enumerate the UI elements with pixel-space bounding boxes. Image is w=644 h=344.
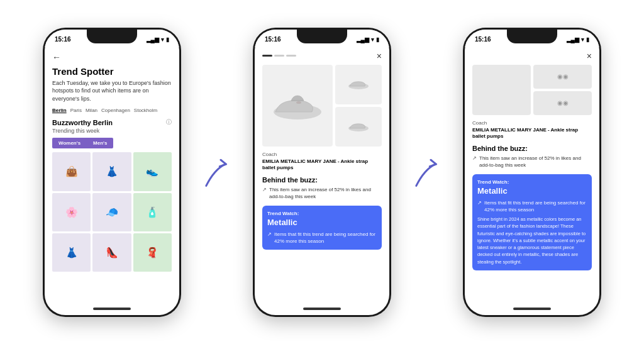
product-images-2 — [262, 65, 382, 147]
status-time-1: 15:16 — [55, 36, 71, 43]
battery-icon-1: ▮ — [166, 36, 169, 43]
buzz-heading-3: Behind the buzz: — [472, 145, 592, 152]
phone3-screen: × ◉◉ ◉◉ Coach EM — [465, 47, 599, 315]
section-subtitle: Trending this week — [52, 128, 172, 134]
home-bar-1 — [93, 308, 131, 310]
back-arrow-1[interactable]: ← — [52, 52, 172, 62]
city-copenhagen[interactable]: Copenhagen — [101, 108, 130, 113]
trend-watch-arrow-icon-2: ↗ — [267, 231, 272, 238]
trend-watch-desc: Shine bright in 2024 as metallic colors … — [477, 216, 587, 265]
phone3-content: × ◉◉ ◉◉ Coach EM — [465, 47, 599, 302]
product-cell-1[interactable]: 👜 — [52, 152, 91, 191]
tab-row: Women's Men's — [52, 138, 172, 148]
product-icon-1: 👜 — [65, 165, 78, 177]
home-indicator-3 — [465, 302, 599, 315]
phone2-screen: × — [255, 47, 389, 315]
info-icon[interactable]: ⓘ — [166, 118, 172, 126]
trend-watch-stat-text-3: Items that fit this trend are being sear… — [484, 199, 587, 213]
home-bar-2 — [303, 308, 341, 310]
trend-watch-stat-text-2: Items that fit this trend are being sear… — [274, 231, 377, 245]
arrow-1-container — [201, 153, 233, 191]
section-header: Buzzworthy Berlin ⓘ — [52, 118, 172, 126]
city-milan[interactable]: Milan — [86, 108, 97, 113]
signal-icon-1: ▂▄▆ — [147, 36, 159, 43]
product-img-main — [262, 65, 333, 147]
status-time-3: 15:16 — [475, 36, 491, 43]
phone1-content: ← Trend Spotter Each Tuesday, we take yo… — [45, 47, 179, 302]
earring-icon-1: ◉◉ — [557, 73, 569, 80]
product-img-sm-1 — [335, 65, 382, 104]
battery-icon-3: ▮ — [586, 36, 589, 43]
buzz-stat-text-3: This item saw an increase of 52% in like… — [479, 155, 592, 169]
tab-men[interactable]: Men's — [87, 138, 113, 148]
close-btn-2[interactable]: × — [377, 51, 382, 61]
product-cell-8[interactable]: 👠 — [92, 233, 131, 272]
product-name-2: EMILIA METALLIC MARY JANE - Ankle strap … — [262, 158, 382, 172]
modal-top-2: × — [262, 51, 382, 61]
shoe-sm-svg-2 — [347, 119, 370, 133]
trend-arrow-icon-2: ↗ — [262, 186, 267, 193]
trend-watch-label-2: Trend Watch: — [267, 211, 377, 216]
earring-icon-2: ◉◉ — [557, 99, 569, 106]
trend-spotter-desc: Each Tuesday, we take you to Europe's fa… — [52, 79, 172, 103]
arrow-2-container — [411, 153, 443, 191]
phone2-content: × — [255, 47, 389, 302]
city-nav: Berlin Paris Milan Copenhagen Stockholm — [52, 108, 172, 113]
trend-arrow-icon-3: ↗ — [472, 155, 477, 162]
phone-1: 15:16 ▂▄▆ ▾ ▮ ← Trend Spotter Each Tuesd… — [43, 28, 181, 317]
product-cell-4[interactable]: 🌸 — [52, 193, 91, 231]
signal-icon-2: ▂▄▆ — [357, 36, 369, 43]
svg-point-2 — [296, 101, 301, 104]
wifi-icon-2: ▾ — [371, 36, 374, 43]
status-icons-2: ▂▄▆ ▾ ▮ — [357, 36, 379, 43]
phone1-screen: ← Trend Spotter Each Tuesday, we take yo… — [45, 47, 179, 315]
product-grid: 👜 👗 👟 🌸 🧢 — [52, 152, 172, 272]
phone-2: 15:16 ▂▄▆ ▾ ▮ × — [253, 28, 391, 317]
product-cell-9[interactable]: 🧣 — [133, 233, 172, 272]
wifi-icon-1: ▾ — [161, 36, 164, 43]
product-icon-5: 🧢 — [106, 206, 118, 218]
buzz-stat-text-2: This item saw an increase of 52% in like… — [269, 186, 382, 200]
trend-watch-arrow-icon-3: ↗ — [477, 199, 482, 206]
product-name-3: EMILIA METALLIC MARY JANE - Ankle strap … — [472, 127, 592, 140]
wifi-icon-3: ▾ — [581, 36, 584, 43]
phone3-img-small: ◉◉ ◉◉ — [533, 65, 592, 115]
progress-dots — [262, 55, 296, 57]
phone3-img-sm-1: ◉◉ — [533, 65, 592, 89]
product-cell-3[interactable]: 👟 — [133, 152, 172, 191]
trend-watch-title-3: Metallic — [477, 186, 587, 196]
dot-1 — [262, 55, 272, 57]
product-icon-2: 👗 — [106, 165, 118, 177]
phone3-product-images: ◉◉ ◉◉ — [472, 65, 592, 115]
scene: 15:16 ▂▄▆ ▾ ▮ ← Trend Spotter Each Tuesd… — [0, 0, 644, 344]
city-berlin[interactable]: Berlin — [52, 108, 67, 113]
product-img-sm-2 — [335, 107, 382, 147]
product-icon-7: 👗 — [65, 247, 78, 258]
product-cell-6[interactable]: 🧴 — [133, 193, 172, 231]
product-icon-3: 👟 — [146, 165, 158, 177]
city-stockholm[interactable]: Stockholm — [134, 108, 157, 113]
close-btn-3[interactable]: × — [587, 51, 592, 61]
battery-icon-2: ▮ — [376, 36, 379, 43]
phone3-img-sm-2: ◉◉ — [533, 91, 592, 115]
brand-name-2: Coach — [262, 152, 382, 157]
buzz-stat-2: ↗ This item saw an increase of 52% in li… — [262, 186, 382, 200]
trend-watch-stat-3: ↗ Items that fit this trend are being se… — [477, 199, 587, 213]
phone-notch-2 — [297, 30, 347, 43]
arrow-1-svg — [201, 153, 233, 191]
product-cell-2[interactable]: 👗 — [92, 152, 131, 191]
status-icons-3: ▂▄▆ ▾ ▮ — [567, 36, 589, 43]
arrow-2-svg — [411, 153, 443, 191]
city-paris[interactable]: Paris — [70, 108, 82, 113]
product-cell-7[interactable]: 👗 — [52, 233, 91, 272]
phone-notch-1 — [87, 30, 137, 43]
trend-watch-card-3: Trend Watch: Metallic ↗ Items that fit t… — [472, 174, 592, 270]
home-indicator-2 — [255, 302, 389, 315]
dot-3 — [286, 55, 296, 57]
dot-2 — [274, 55, 284, 57]
brand-name-3: Coach — [472, 120, 592, 126]
signal-icon-3: ▂▄▆ — [567, 36, 579, 43]
tab-women[interactable]: Women's — [52, 138, 87, 148]
trend-watch-stat-2: ↗ Items that fit this trend are being se… — [267, 231, 377, 245]
product-cell-5[interactable]: 🧢 — [92, 193, 131, 231]
